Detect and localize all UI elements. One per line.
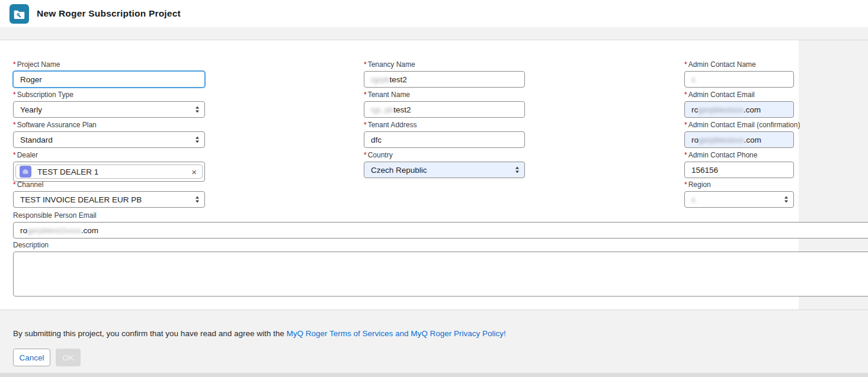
country-select[interactable]: Czech Republic [364, 162, 525, 178]
tenant-name-label: Tenant Name [368, 91, 410, 99]
tenant-address-input[interactable]: dfc [364, 131, 525, 148]
page-title: New Roger Subscription Project [37, 8, 181, 19]
required-asterisk: * [364, 151, 367, 159]
required-asterisk: * [684, 121, 687, 129]
select-spinner-icon [784, 196, 788, 203]
redacted-text: rgr, pb [371, 105, 393, 114]
field-subscription-type: *Subscription Type Yearly [13, 91, 205, 118]
admin-contact-name-label: Admin Contact Name [688, 60, 756, 69]
admin-contact-email-confirmation-label: Admin Contact Email (confirmation) [688, 121, 800, 129]
required-asterisk: * [684, 60, 687, 69]
field-admin-contact-email-confirmation: *Admin Contact Email (confirmation) roge… [684, 121, 794, 148]
ok-button: OK [56, 349, 81, 366]
channel-select[interactable]: TEST INVOICE DEALER EUR PB [13, 191, 205, 208]
field-country: *Country Czech Republic [364, 151, 525, 178]
dealer-value: TEST DEALER 1 [37, 167, 98, 176]
tenancy-name-input[interactable]: rgrpbtest2 [364, 71, 525, 88]
channel-label: Channel [17, 181, 44, 189]
select-spinner-icon [196, 137, 199, 143]
account-icon [20, 166, 31, 178]
select-spinner-icon [196, 107, 199, 113]
field-tenant-name: *Tenant Name rgr, pbtest2 [364, 91, 525, 118]
required-asterisk: * [13, 91, 16, 99]
required-asterisk: * [13, 121, 16, 129]
required-asterisk: * [13, 60, 16, 69]
project-name-input[interactable]: Roger [13, 71, 205, 88]
field-admin-contact-email: *Admin Contact Email rcgerpbtestxxx.com [684, 91, 794, 118]
field-channel: *Channel TEST INVOICE DEALER EUR PB [13, 181, 205, 208]
select-spinner-icon [196, 196, 199, 203]
required-asterisk: * [684, 151, 687, 159]
select-spinner-icon [515, 167, 519, 173]
cancel-button[interactable]: Cancel [13, 349, 50, 366]
terms-privacy-link[interactable]: MyQ Roger Terms of Services and MyQ Roge… [287, 329, 506, 338]
page-header: New Roger Subscription Project [0, 0, 868, 27]
action-buttons: Cancel OK [13, 349, 81, 366]
country-label: Country [368, 151, 393, 159]
dealer-label: Dealer [17, 151, 38, 159]
required-asterisk: * [684, 91, 687, 99]
responsible-person-email-label: Responsible Person Email [13, 211, 97, 220]
redacted-text: gerpbtestxxx [698, 105, 744, 114]
field-project-name: *Project Name Roger [13, 60, 205, 88]
agreement-text: By submitting this project, you confirm … [13, 329, 506, 338]
admin-contact-phone-label: Admin Contact Phone [688, 151, 758, 159]
window-bottom-edge [0, 373, 868, 377]
tenant-name-input[interactable]: rgr, pbtest2 [364, 101, 525, 118]
required-asterisk: * [684, 181, 687, 189]
project-name-label: Project Name [17, 60, 60, 69]
clear-icon[interactable]: × [190, 167, 198, 176]
field-region: *Region x [684, 181, 794, 208]
tenancy-name-label: Tenancy Name [368, 60, 415, 69]
description-label: Description [13, 241, 49, 249]
field-tenant-address: *Tenant Address dfc [364, 121, 525, 148]
region-label: Region [688, 181, 711, 189]
dealer-lookup[interactable]: TEST DEALER 1 × [13, 162, 205, 182]
redacted-text: gerpbtest2xxxx [27, 226, 81, 235]
description-textarea[interactable] [13, 252, 868, 297]
field-admin-contact-phone: *Admin Contact Phone 156156 [684, 151, 794, 178]
admin-contact-email-label: Admin Contact Email [688, 91, 755, 99]
dealer-pill: TEST DEALER 1 × [15, 165, 203, 179]
redacted-text: x [691, 75, 696, 84]
redacted-text: rgrpb [371, 75, 390, 84]
field-software-assurance-plan: *Software Assurance Plan Standard [13, 121, 205, 148]
required-asterisk: * [364, 60, 367, 69]
region-select[interactable]: x [684, 191, 794, 208]
field-admin-contact-name: *Admin Contact Name x [684, 60, 794, 88]
redacted-text: x [691, 195, 696, 204]
admin-contact-email-confirmation-input[interactable]: rogerpbtestxxx.com [684, 131, 794, 148]
required-asterisk: * [364, 121, 367, 129]
field-description: Description [13, 241, 868, 297]
required-asterisk: * [364, 91, 367, 99]
footer-divider [0, 310, 868, 310]
admin-contact-email-input[interactable]: rcgerpbtestxxx.com [684, 101, 794, 118]
new-roger-subscription-project-page: New Roger Subscription Project *Project … [0, 0, 868, 377]
required-asterisk: * [13, 151, 16, 159]
software-assurance-plan-label: Software Assurance Plan [17, 121, 97, 129]
redacted-text: gerpbtestxxx [699, 136, 744, 144]
subscription-type-label: Subscription Type [17, 91, 73, 99]
project-folder-wrench-icon [9, 4, 29, 24]
subscription-type-select[interactable]: Yearly [13, 101, 205, 118]
admin-contact-phone-input[interactable]: 156156 [684, 162, 794, 178]
required-asterisk: * [13, 181, 16, 189]
software-assurance-plan-select[interactable]: Standard [13, 131, 205, 148]
admin-contact-name-input[interactable]: x [684, 71, 794, 88]
field-dealer: *Dealer TEST DEALER 1 × [13, 151, 205, 182]
tenant-address-label: Tenant Address [368, 121, 417, 129]
field-tenancy-name: *Tenancy Name rgrpbtest2 [364, 60, 525, 88]
field-responsible-person-email: Responsible Person Email rogerpbtest2xxx… [13, 211, 868, 239]
responsible-person-email-input[interactable]: rogerpbtest2xxxx.com [13, 222, 868, 239]
